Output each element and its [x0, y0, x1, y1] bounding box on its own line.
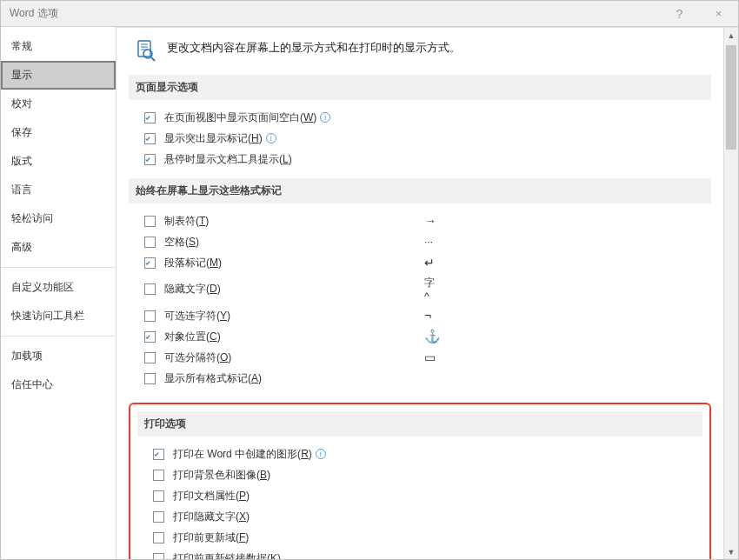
- format-mark-symbol: ▭: [424, 350, 711, 364]
- scroll-thumb[interactable]: [726, 45, 736, 150]
- titlebar: Word 选项 ? ×: [1, 1, 738, 27]
- sidebar-item[interactable]: 常规: [1, 32, 116, 61]
- checkbox[interactable]: [144, 257, 156, 269]
- option-label[interactable]: 打印文档属性(P): [173, 489, 250, 503]
- option-label[interactable]: 打印前更新域(F): [173, 530, 249, 545]
- print-options-highlight-box: 打印选项 打印在 Word 中创建的图形(R)i打印背景色和图像(B)打印文档属…: [129, 403, 711, 559]
- options-dialog: Word 选项 ? × 常规显示校对保存版式语言轻松访问高级 自定义功能区快速访…: [0, 0, 739, 560]
- option-label[interactable]: 可选分隔符(O): [164, 350, 231, 365]
- option-row: 打印在 Word 中创建的图形(R)i: [137, 443, 702, 464]
- option-label[interactable]: 打印在 Word 中创建的图形(R): [173, 447, 312, 462]
- window-buttons: ? ×: [660, 1, 738, 27]
- sidebar: 常规显示校对保存版式语言轻松访问高级 自定义功能区快速访问工具栏 加载项信任中心: [1, 27, 117, 559]
- checkbox[interactable]: [144, 310, 156, 322]
- sidebar-item[interactable]: 自定义功能区: [1, 273, 116, 302]
- option-row: 可选分隔符(O)▭: [129, 347, 711, 368]
- checkbox[interactable]: [144, 133, 156, 144]
- option-label[interactable]: 空格(S): [164, 235, 199, 250]
- format-mark-symbol: →: [424, 214, 711, 228]
- sidebar-item[interactable]: 校对: [1, 90, 116, 118]
- sidebar-item[interactable]: 信任中心: [1, 370, 116, 399]
- option-label[interactable]: 显示突出显示标记(H): [164, 131, 263, 146]
- sidebar-item[interactable]: 版式: [1, 147, 116, 176]
- option-label[interactable]: 对象位置(C): [164, 330, 221, 344]
- option-row: 隐藏文字(D)字^: [129, 273, 711, 305]
- scroll-down-arrow[interactable]: ▼: [724, 544, 738, 559]
- checkbox[interactable]: [153, 511, 164, 523]
- checkbox[interactable]: [153, 532, 164, 543]
- intro-text: 更改文档内容在屏幕上的显示方式和在打印时的显示方式。: [167, 38, 461, 56]
- option-row: 悬停时显示文档工具提示(L): [129, 149, 711, 170]
- svg-rect-0: [138, 41, 150, 57]
- option-label[interactable]: 段落标记(M): [164, 256, 222, 270]
- option-label[interactable]: 隐藏文字(D): [164, 282, 221, 297]
- dialog-body: 常规显示校对保存版式语言轻松访问高级 自定义功能区快速访问工具栏 加载项信任中心: [1, 27, 738, 559]
- section-header-page-display: 页面显示选项: [129, 75, 711, 100]
- section-header-print-options: 打印选项: [137, 411, 702, 437]
- option-row: 显示所有格式标记(A): [129, 368, 711, 389]
- checkbox[interactable]: [144, 352, 156, 363]
- option-row: 打印隐藏文字(X): [137, 506, 702, 527]
- checkbox[interactable]: [153, 449, 164, 460]
- option-row: 制表符(T)→: [129, 210, 711, 231]
- checkbox[interactable]: [144, 237, 156, 248]
- sidebar-item[interactable]: 轻松访问: [1, 204, 116, 233]
- sidebar-item[interactable]: 快速访问工具栏: [1, 302, 116, 330]
- option-label[interactable]: 打印前更新链接数据(K): [173, 551, 281, 560]
- option-row: 打印文档属性(P): [137, 485, 702, 506]
- format-mark-symbol: ¬: [424, 309, 711, 323]
- option-row: 可选连字符(Y)¬: [129, 305, 711, 326]
- checkbox[interactable]: [153, 470, 164, 481]
- option-row: 打印背景色和图像(B): [137, 464, 702, 485]
- option-row: 打印前更新链接数据(K): [137, 548, 702, 559]
- magnifier-page-icon: [134, 38, 158, 63]
- checkbox[interactable]: [144, 154, 156, 165]
- svg-line-5: [151, 57, 155, 61]
- section-header-formatting-marks: 始终在屏幕上显示这些格式标记: [129, 178, 711, 203]
- format-mark-symbol: ···: [424, 236, 711, 248]
- nav-separator: [1, 336, 116, 337]
- checkbox[interactable]: [144, 331, 156, 343]
- checkbox[interactable]: [153, 490, 164, 502]
- info-icon[interactable]: i: [316, 449, 326, 459]
- sidebar-item[interactable]: 加载项: [1, 342, 116, 370]
- option-label[interactable]: 打印背景色和图像(B): [173, 468, 270, 483]
- window-title: Word 选项: [10, 6, 660, 21]
- format-mark-symbol: 字^: [424, 276, 711, 303]
- close-button[interactable]: ×: [699, 1, 738, 27]
- option-label[interactable]: 在页面视图中显示页面间空白(W): [164, 110, 316, 125]
- checkbox[interactable]: [153, 553, 164, 560]
- checkbox[interactable]: [144, 216, 156, 227]
- option-label[interactable]: 可选连字符(Y): [164, 309, 230, 323]
- option-row: 段落标记(M)↵: [129, 252, 711, 273]
- sidebar-item[interactable]: 显示: [1, 61, 116, 90]
- checkbox[interactable]: [144, 373, 156, 384]
- info-icon[interactable]: i: [266, 133, 276, 143]
- option-row: 对象位置(C)⚓: [129, 326, 711, 347]
- help-button[interactable]: ?: [660, 1, 699, 27]
- option-row: 空格(S)···: [129, 231, 711, 252]
- option-label[interactable]: 制表符(T): [164, 214, 209, 229]
- info-icon[interactable]: i: [320, 112, 330, 123]
- content-wrap: 更改文档内容在屏幕上的显示方式和在打印时的显示方式。 页面显示选项 在页面视图中…: [117, 27, 738, 559]
- intro-row: 更改文档内容在屏幕上的显示方式和在打印时的显示方式。: [134, 38, 711, 63]
- option-label[interactable]: 显示所有格式标记(A): [164, 371, 262, 386]
- sidebar-item[interactable]: 保存: [1, 118, 116, 147]
- option-row: 在页面视图中显示页面间空白(W)i: [129, 107, 711, 128]
- option-label[interactable]: 打印隐藏文字(X): [173, 510, 250, 524]
- option-label[interactable]: 悬停时显示文档工具提示(L): [164, 152, 292, 167]
- option-row: 显示突出显示标记(H)i: [129, 128, 711, 149]
- sidebar-item[interactable]: 语言: [1, 176, 116, 204]
- scroll-up-arrow[interactable]: ▲: [724, 28, 738, 43]
- format-mark-symbol: ⚓: [424, 329, 711, 344]
- format-mark-symbol: ↵: [424, 256, 711, 270]
- vertical-scrollbar[interactable]: ▲ ▼: [723, 28, 738, 559]
- option-row: 打印前更新域(F): [137, 527, 702, 548]
- sidebar-item[interactable]: 高级: [1, 233, 116, 262]
- nav-separator: [1, 267, 116, 268]
- content-pane: 更改文档内容在屏幕上的显示方式和在打印时的显示方式。 页面显示选项 在页面视图中…: [117, 28, 723, 559]
- checkbox[interactable]: [144, 112, 156, 123]
- checkbox[interactable]: [144, 283, 156, 295]
